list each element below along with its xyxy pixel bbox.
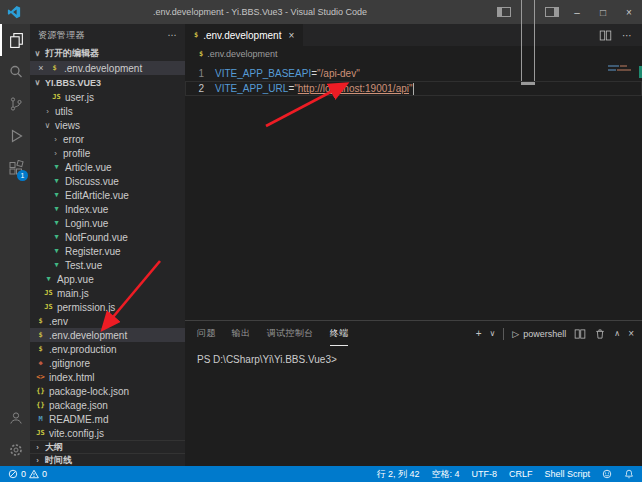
- tree-item-views[interactable]: ∨views: [30, 118, 185, 132]
- trash-icon[interactable]: [594, 328, 606, 340]
- tree-item-package.json[interactable]: {}package.json: [30, 398, 185, 412]
- tree-item-main.js[interactable]: JSmain.js: [30, 286, 185, 300]
- js-file-icon: JS: [35, 429, 46, 437]
- tree-item-label: index.html: [49, 372, 95, 383]
- panel-tab-问题[interactable]: 问题: [197, 321, 216, 346]
- minimize-button[interactable]: –: [564, 0, 590, 24]
- tree-item-label: vite.config.js: [49, 428, 104, 439]
- chevron-right-icon[interactable]: ›: [33, 443, 42, 452]
- panel-tab-终端[interactable]: 终端: [330, 321, 349, 346]
- feedback-smiley-icon[interactable]: [602, 469, 612, 479]
- close-button[interactable]: ×: [616, 0, 642, 24]
- activitybar-run-debug[interactable]: [0, 120, 30, 152]
- activitybar-extensions[interactable]: 1: [0, 152, 30, 184]
- search-icon: [8, 64, 24, 80]
- chevron-right-icon[interactable]: ›: [51, 149, 60, 158]
- close-panel-icon[interactable]: ×: [628, 328, 634, 339]
- tree-item-README.md[interactable]: MREADME.md: [30, 412, 185, 426]
- tree-item-NotFound.vue[interactable]: ▼NotFound.vue: [30, 230, 185, 244]
- code-line-2[interactable]: 2VITE_APP_URL="http://localhost:19001/ap…: [185, 81, 642, 96]
- editor-more-actions-icon[interactable]: ⋯: [622, 30, 632, 41]
- panel-tab-调试控制台[interactable]: 调试控制台: [267, 321, 314, 346]
- open-editor-item[interactable]: × $ .env.development: [30, 61, 185, 75]
- tab-label: .env.development: [203, 30, 281, 41]
- tree-item-vite.config.js[interactable]: JSvite.config.js: [30, 426, 185, 440]
- problems-status[interactable]: 0 0: [8, 469, 47, 479]
- split-terminal-icon[interactable]: [574, 328, 586, 340]
- tree-item-.env[interactable]: $.env: [30, 314, 185, 328]
- tree-item-package-lock.json[interactable]: {}package-lock.json: [30, 384, 185, 398]
- close-editor-icon[interactable]: ×: [37, 63, 45, 73]
- customize-layout-icon[interactable]: [545, 7, 559, 17]
- tree-item-user.js[interactable]: JSuser.js: [30, 90, 185, 104]
- tab-env-development[interactable]: $ .env.development ×: [185, 24, 303, 46]
- tree-item-Index.vue[interactable]: ▼Index.vue: [30, 202, 185, 216]
- eol-sequence[interactable]: CRLF: [509, 469, 533, 479]
- indentation[interactable]: 空格: 4: [431, 468, 459, 481]
- tree-item-Test.vue[interactable]: ▼Test.vue: [30, 258, 185, 272]
- chevron-right-icon[interactable]: ›: [51, 135, 60, 144]
- code-editor[interactable]: 1VITE_APP_BASEAPI="/api-dev"2VITE_APP_UR…: [185, 62, 642, 320]
- tree-item-index.html[interactable]: <>index.html: [30, 370, 185, 384]
- tree-item-App.vue[interactable]: ▼App.vue: [30, 272, 185, 286]
- maximize-panel-icon[interactable]: ∧: [614, 329, 620, 338]
- cursor-position[interactable]: 行 2, 列 42: [376, 468, 419, 481]
- run-debug-icon: [8, 128, 24, 144]
- new-terminal-icon[interactable]: +: [476, 328, 482, 339]
- minimap[interactable]: [608, 65, 634, 73]
- terminal-dropdown-icon[interactable]: ∨: [489, 329, 495, 338]
- split-editor-icon[interactable]: [599, 29, 612, 42]
- tree-item-Discuss.vue[interactable]: ▼Discuss.vue: [30, 174, 185, 188]
- panel-tab-输出[interactable]: 输出: [232, 321, 251, 346]
- explorer-icon: [8, 32, 25, 49]
- encoding[interactable]: UTF-8: [471, 469, 497, 479]
- window-title: .env.development - Yi.BBS.Vue3 - Visual …: [28, 7, 492, 17]
- chevron-down-icon[interactable]: ∨: [33, 49, 42, 58]
- token-link: http://localhost:19001/api: [298, 81, 409, 96]
- tree-item-error[interactable]: ›error: [30, 132, 185, 146]
- activitybar-settings[interactable]: [0, 434, 30, 466]
- explorer-sidebar: 资源管理器 ⋯ ∨ 打开的编辑器 × $ .env.development ∨ …: [30, 24, 185, 466]
- vue-file-icon: ▼: [51, 177, 62, 185]
- toggle-sidebar-icon[interactable]: [497, 7, 511, 17]
- tree-item-.env.production[interactable]: $.env.production: [30, 342, 185, 356]
- tree-item-utils[interactable]: ›utils: [30, 104, 185, 118]
- notifications-bell-icon[interactable]: [624, 469, 634, 479]
- editor-tab-bar: $ .env.development × ⋯: [185, 24, 642, 46]
- tree-item-permission.js[interactable]: JSpermission.js: [30, 300, 185, 314]
- open-editors-header[interactable]: ∨ 打开的编辑器: [30, 46, 185, 61]
- code-line-1[interactable]: 1VITE_APP_BASEAPI="/api-dev": [185, 66, 642, 81]
- more-actions-icon[interactable]: ⋯: [168, 30, 177, 40]
- tree-item-EditArticle.vue[interactable]: ▼EditArticle.vue: [30, 188, 185, 202]
- chevron-right-icon[interactable]: ›: [43, 107, 52, 116]
- tree-item-Login.vue[interactable]: ▼Login.vue: [30, 216, 185, 230]
- tree-item-label: views: [55, 120, 80, 131]
- activitybar-account[interactable]: [0, 402, 30, 434]
- tree-item-label: permission.js: [57, 302, 115, 313]
- outline-section-header[interactable]: › 大纲: [30, 440, 185, 453]
- tree-item-Article.vue[interactable]: ▼Article.vue: [30, 160, 185, 174]
- tree-item-Register.vue[interactable]: ▼Register.vue: [30, 244, 185, 258]
- tree-item-.gitignore[interactable]: ◆.gitignore: [30, 356, 185, 370]
- terminal[interactable]: PS D:\CSharp\Yi\Yi.BBS.Vue3>: [185, 346, 642, 466]
- activitybar-search[interactable]: [0, 56, 30, 88]
- chevron-right-icon[interactable]: ›: [33, 456, 42, 465]
- project-section-header[interactable]: ∨ YI.BBS.VUE3: [30, 75, 185, 90]
- activitybar-source-control[interactable]: [0, 88, 30, 120]
- breadcrumb[interactable]: $ .env.development: [185, 46, 642, 62]
- js-file-icon: JS: [43, 303, 54, 311]
- tab-close-icon[interactable]: ×: [288, 30, 294, 41]
- language-mode[interactable]: Shell Script: [544, 469, 590, 479]
- breadcrumb-file[interactable]: .env.development: [207, 49, 277, 59]
- restore-button[interactable]: □: [590, 0, 616, 24]
- editor-region: $ .env.development × ⋯ $ .env.developmen…: [185, 24, 642, 466]
- js-file-icon: JS: [51, 93, 62, 101]
- tree-item-.env.development[interactable]: $.env.development: [30, 328, 185, 342]
- error-icon: [8, 469, 18, 479]
- shell-picker[interactable]: ▷ powershell: [512, 329, 566, 339]
- tree-item-profile[interactable]: ›profile: [30, 146, 185, 160]
- chevron-down-icon[interactable]: ∨: [33, 78, 42, 87]
- timeline-section-header[interactable]: › 时间线: [30, 453, 185, 466]
- chevron-down-icon[interactable]: ∨: [43, 121, 52, 130]
- activitybar-explorer[interactable]: [0, 24, 30, 56]
